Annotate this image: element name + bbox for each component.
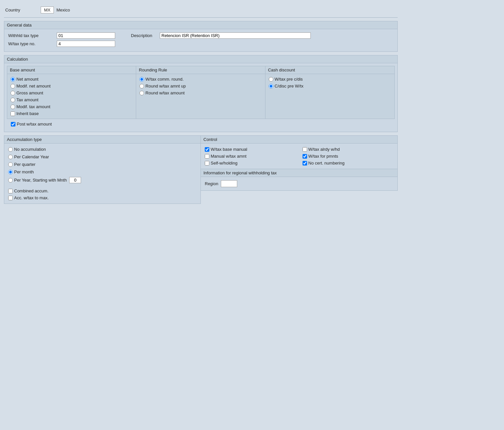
general-data-body: Withhld tax type Description W/tax type … (4, 29, 397, 51)
modif-net-input[interactable] (10, 84, 15, 88)
country-row: Country MX Mexico (4, 4, 398, 17)
per-month-radio[interactable]: Per month (8, 169, 197, 174)
post-wtax-input[interactable] (11, 122, 15, 127)
bottom-grid: Accumulation type No accumulation Per Ca… (4, 135, 398, 204)
per-year-radio[interactable]: Per Year, Starting with Mnth (8, 178, 67, 183)
inherit-base-checkbox[interactable]: Inherit base (10, 111, 133, 116)
modif-net-radio[interactable]: Modif. net amount (10, 84, 133, 88)
wtax-for-pmnts-input[interactable] (303, 154, 307, 159)
gross-amount-input[interactable] (10, 91, 15, 95)
gross-amount-radio[interactable]: Gross amount (10, 90, 133, 95)
general-data-section: General data Withhld tax type Descriptio… (4, 21, 398, 52)
calc-grid: Base amount Net amount Modif. net amount (7, 66, 395, 119)
net-amount-radio[interactable]: Net amount (10, 77, 133, 82)
inherit-base-input[interactable] (10, 111, 15, 116)
control-grid: W/tax base manual W/tax alrdy w/hd Manua… (205, 147, 393, 166)
modif-net-label: Modif. net amount (16, 84, 51, 88)
wtax-type-label: W/tax type no. (8, 41, 54, 46)
withhld-input[interactable] (57, 32, 115, 39)
cdisc-pre-wtx-radio[interactable]: C/disc pre W/tx (269, 84, 391, 88)
no-cert-numbering-checkbox[interactable]: No cert. numbering (303, 161, 394, 166)
round-amount-radio[interactable]: Round w/tax amount (139, 90, 262, 95)
gross-amount-label: Gross amount (16, 90, 43, 95)
per-month-input[interactable] (8, 170, 13, 174)
wtax-comm-round-input[interactable] (139, 77, 144, 82)
cash-discount-header: Cash discount (265, 66, 394, 74)
wtax-base-manual-checkbox[interactable]: W/tax base manual (205, 147, 296, 152)
regional-body: Region (201, 177, 397, 190)
per-quarter-radio[interactable]: Per quarter (8, 162, 197, 167)
page-container: Country MX Mexico General data Withhld t… (4, 4, 398, 204)
wtax-alrdy-whd-input[interactable] (303, 147, 307, 152)
tax-amount-input[interactable] (10, 98, 15, 102)
wtax-pre-cdis-input[interactable] (269, 77, 273, 82)
regional-header: Information for regional withholding tax (201, 169, 397, 177)
cdisc-pre-wtx-label: C/disc pre W/tx (275, 84, 304, 88)
per-quarter-input[interactable] (8, 162, 13, 167)
general-data-header: General data (4, 21, 397, 29)
per-quarter-label: Per quarter (14, 162, 35, 167)
post-wtax-label: Post w/tax amount (17, 122, 52, 127)
combined-accum-checkbox[interactable]: Combined accum. (8, 188, 197, 193)
modif-tax-input[interactable] (10, 105, 15, 109)
wtax-alrdy-whd-label: W/tax alrdy w/hd (308, 147, 340, 152)
region-input[interactable] (221, 180, 237, 187)
self-wholding-label: Self-w/holding (211, 161, 238, 166)
post-wtax-row: Post w/tax amount (7, 119, 395, 129)
accum-checkboxes: Combined accum. Acc. w/tax to max. (8, 188, 197, 200)
calculation-section: Calculation Base amount Net amount Modif… (4, 55, 398, 132)
round-amount-input[interactable] (139, 91, 144, 95)
acc-wtax-max-checkbox[interactable]: Acc. w/tax to max. (8, 195, 197, 200)
per-year-row: Per Year, Starting with Mnth (8, 177, 197, 183)
accumulation-body: No accumulation Per Calendar Year Per qu… (4, 144, 200, 204)
round-up-label: Round w/tax amnt up (145, 84, 186, 88)
country-label: Country (5, 8, 38, 12)
round-up-input[interactable] (139, 84, 144, 88)
wtax-alrdy-whd-checkbox[interactable]: W/tax alrdy w/hd (303, 147, 394, 152)
per-month-label: Per month (14, 169, 34, 174)
cash-discount-col: Cash discount W/tax pre c/dis C/disc pre… (265, 66, 394, 119)
post-wtax-checkbox[interactable]: Post w/tax amount (11, 122, 52, 127)
per-calendar-year-input[interactable] (8, 155, 13, 159)
control-body: W/tax base manual W/tax alrdy w/hd Manua… (201, 144, 397, 169)
round-amount-label: Round w/tax amount (145, 90, 184, 95)
manual-wtax-amnt-label: Manual w/tax amnt (211, 154, 246, 159)
wtax-type-input[interactable] (57, 41, 115, 47)
per-year-input[interactable] (8, 178, 13, 183)
acc-wtax-max-label: Acc. w/tax to max. (14, 195, 49, 200)
description-input[interactable] (160, 32, 311, 39)
per-year-value-input[interactable] (69, 177, 81, 183)
manual-wtax-amnt-input[interactable] (205, 154, 209, 159)
net-amount-label: Net amount (16, 77, 38, 82)
no-accum-input[interactable] (8, 147, 13, 152)
base-amount-header: Base amount (7, 66, 136, 74)
acc-wtax-max-input[interactable] (8, 196, 13, 200)
wtax-for-pmnts-checkbox[interactable]: W/tax for pmnts (303, 154, 394, 159)
wtax-pre-cdis-radio[interactable]: W/tax pre c/dis (269, 77, 391, 82)
self-wholding-checkbox[interactable]: Self-w/holding (205, 161, 296, 166)
no-cert-numbering-input[interactable] (303, 161, 307, 166)
calculation-header: Calculation (4, 55, 397, 63)
cdisc-pre-wtx-input[interactable] (269, 84, 273, 88)
manual-wtax-amnt-checkbox[interactable]: Manual w/tax amnt (205, 154, 296, 159)
combined-accum-label: Combined accum. (14, 188, 49, 193)
tax-amount-radio[interactable]: Tax amount (10, 97, 133, 102)
divider (4, 17, 398, 18)
round-up-radio[interactable]: Round w/tax amnt up (139, 84, 262, 88)
self-wholding-input[interactable] (205, 161, 209, 166)
wtax-for-pmnts-label: W/tax for pmnts (308, 154, 338, 159)
wtax-type-row: W/tax type no. (8, 41, 393, 47)
net-amount-input[interactable] (10, 77, 15, 82)
no-accum-radio[interactable]: No accumulation (8, 147, 197, 152)
rounding-rule-col: Rounding Rule W/tax comm. round. Round w… (136, 66, 265, 119)
cash-discount-body: W/tax pre c/dis C/disc pre W/tx (265, 74, 394, 119)
no-accum-label: No accumulation (14, 147, 46, 152)
modif-tax-radio[interactable]: Modif. tax amount (10, 104, 133, 109)
wtax-comm-round-radio[interactable]: W/tax comm. round. (139, 77, 262, 82)
combined-accum-input[interactable] (8, 189, 13, 193)
wtax-base-manual-input[interactable] (205, 147, 209, 152)
region-row: Region (205, 180, 393, 187)
per-calendar-year-radio[interactable]: Per Calendar Year (8, 154, 197, 159)
rounding-rule-body: W/tax comm. round. Round w/tax amnt up R… (136, 74, 265, 119)
base-amount-col: Base amount Net amount Modif. net amount (7, 66, 136, 119)
